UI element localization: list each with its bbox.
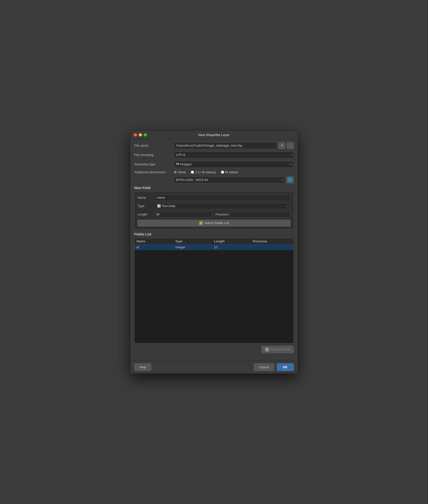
file-name-row: File name ✕ ... [134,142,294,149]
field-type-select[interactable]: 🔤 Text Data Whole Number Decimal Number … [155,203,291,209]
col-precision: Precision [253,239,292,243]
fields-table-header: Name Type Length Precision [135,238,293,244]
additional-dimensions-controls: None Z (+ M values) M values [174,170,294,174]
help-button[interactable]: Help [134,363,151,371]
remove-field-button[interactable]: − Remove Field [261,346,294,353]
dialog-body: File name ✕ ... File encoding UTF-8 UTF-… [130,139,298,361]
field-type-label: Type [137,204,155,208]
ok-button[interactable]: OK [277,363,294,371]
dimension-m-radio[interactable] [221,171,224,174]
precision-label: Precision [215,213,229,216]
dimensions-radio-group: None Z (+ M values) M values [174,170,238,174]
maximize-button[interactable] [144,133,147,136]
file-encoding-row: File encoding UTF-8 UTF-16 Latin-1 ASCII… [134,152,294,158]
dimension-z-label: Z (+ M values) [195,170,216,174]
new-field-section-title: New Field [134,186,294,190]
dimension-none-option[interactable]: None [174,170,186,174]
crs-select[interactable]: EPSG:4326 - WGS 84 [174,176,285,183]
row-type: Integer [175,245,214,249]
field-type-select-wrap: 🔤 Text Data Whole Number Decimal Number … [155,203,291,209]
file-encoding-controls: UTF-8 UTF-16 Latin-1 ASCII ▾ [174,152,294,158]
window-controls [134,133,147,136]
row-name: id [136,245,175,249]
col-type: Type [175,239,214,243]
close-button[interactable] [134,133,137,136]
dialog-title: New Shapefile Layer [198,133,230,137]
field-name-input[interactable] [155,194,291,201]
file-encoding-label: File encoding [134,153,174,157]
fields-list-section: Fields List Name Type Length Precision i… [134,232,294,343]
geometry-type-row: Geometry type 🗺 Polygon Point LineString… [134,161,294,168]
remove-icon: − [265,348,269,351]
fields-list-title: Fields List [134,232,294,236]
crs-row: EPSG:4326 - WGS 84 ▾ 🌐 [134,176,294,183]
dimension-z-option[interactable]: Z (+ M values) [191,170,216,174]
file-path-input[interactable] [174,142,277,149]
dimension-none-radio[interactable] [174,171,177,174]
row-precision [253,245,292,249]
file-name-label: File name [134,144,174,147]
col-name: Name [136,239,175,243]
field-type-row: Type 🔤 Text Data Whole Number Decimal Nu… [137,203,291,209]
new-field-section: Name Type 🔤 Text Data Whole Number Decim… [134,192,294,229]
fields-table: Name Type Length Precision id Integer 10 [134,238,294,343]
file-name-controls: ✕ ... [174,142,294,149]
title-bar: New Shapefile Layer [130,131,298,139]
geometry-type-label: Geometry type [134,162,174,166]
dimension-z-radio[interactable] [191,171,194,174]
footer-right: Cancel OK [254,363,294,371]
geometry-type-controls: 🗺 Polygon Point LineString MultiPoint Mu… [174,161,294,168]
table-row[interactable]: id Integer 10 [135,244,293,250]
remove-field-label: Remove Field [270,348,290,351]
file-encoding-select-wrap: UTF-8 UTF-16 Latin-1 ASCII ▾ [174,152,294,158]
length-wrap: Length [137,211,213,218]
fields-table-body: id Integer 10 [135,244,293,343]
precision-wrap: Precision [215,211,291,218]
geometry-type-select[interactable]: 🗺 Polygon Point LineString MultiPoint Mu… [174,161,294,168]
crs-globe-button[interactable]: 🌐 [286,176,294,183]
file-encoding-select[interactable]: UTF-8 UTF-16 Latin-1 ASCII [174,152,294,158]
length-input[interactable] [154,211,213,218]
additional-dimensions-label: Additional dimensions [134,170,174,174]
clear-path-button[interactable]: ✕ [278,142,285,149]
add-icon: + [199,221,203,225]
field-name-label: Name [137,196,155,199]
dimension-m-label: M values [225,170,238,174]
new-shapefile-dialog: New Shapefile Layer File name ✕ ... File… [130,131,298,374]
browse-button[interactable]: ... [287,142,294,149]
precision-input[interactable] [230,211,291,218]
crs-select-wrap: EPSG:4326 - WGS 84 ▾ [174,176,285,183]
fields-bottom-row: − Remove Field [134,346,294,355]
length-label: Length [137,213,152,216]
dimension-m-option[interactable]: M values [221,170,238,174]
footer-left: Help [134,363,151,371]
cancel-button[interactable]: Cancel [254,363,274,371]
dialog-footer: Help Cancel OK [130,361,298,373]
col-length: Length [214,239,253,243]
dimension-none-label: None [178,170,186,174]
row-length: 10 [214,245,253,249]
field-name-row: Name [137,194,291,201]
field-length-precision-row: Length Precision [137,211,291,218]
add-to-fields-button[interactable]: + Add to Fields List [137,220,291,227]
geometry-type-select-wrap: 🗺 Polygon Point LineString MultiPoint Mu… [174,161,294,168]
additional-dimensions-row: Additional dimensions None Z (+ M values… [134,170,294,174]
minimize-button[interactable] [139,133,142,136]
add-to-fields-label: Add to Fields List [204,221,229,225]
